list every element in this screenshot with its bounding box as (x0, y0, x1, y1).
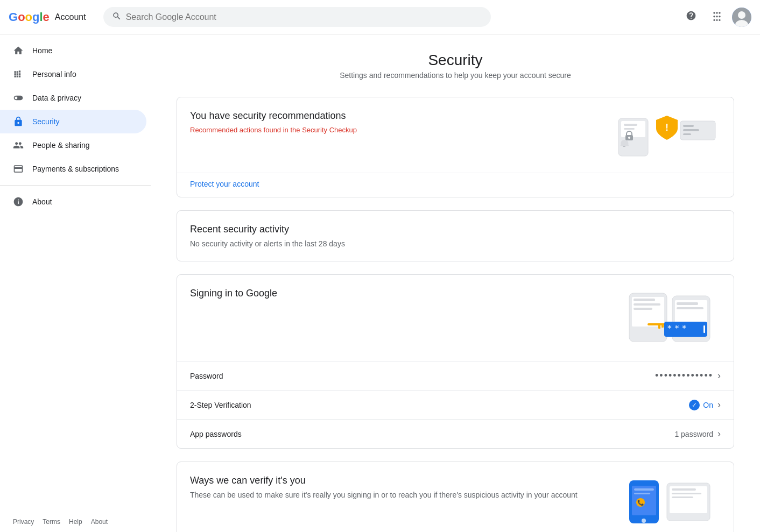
header-actions (680, 6, 751, 28)
sidebar-item-data-privacy[interactable]: Data & privacy (0, 86, 146, 110)
svg-rect-13 (683, 133, 691, 135)
signing-in-top: Signing in to Google (177, 275, 734, 361)
security-recommendations-card: You have security recommendations Recomm… (177, 97, 734, 197)
svg-point-8 (628, 137, 630, 139)
svg-text:!: ! (665, 122, 668, 133)
svg-rect-44 (672, 488, 696, 491)
password-chevron: › (717, 370, 721, 381)
svg-rect-18 (634, 303, 660, 306)
sidebar-label-about: About (32, 197, 52, 206)
sidebar-label-security: Security (32, 117, 60, 126)
svg-rect-38 (634, 488, 654, 491)
help-button[interactable] (680, 6, 702, 28)
app-passwords-value: 1 password (674, 430, 713, 438)
app-passwords-row[interactable]: App passwords 1 password › (177, 419, 734, 448)
account-label: Account (55, 12, 86, 22)
search-icon (112, 11, 122, 23)
recent-activity-title: Recent security activity (190, 224, 721, 235)
ways-verify-title: Ways we can verify it's you (190, 475, 578, 486)
search-input[interactable] (126, 12, 482, 22)
svg-rect-12 (683, 129, 699, 131)
footer-privacy[interactable]: Privacy (13, 518, 34, 526)
security-rec-link-row: Protect your account (177, 173, 734, 197)
security-rec-illustration: ! (613, 110, 721, 164)
signing-in-title: Signing in to Google (190, 288, 277, 299)
recent-activity-card: Recent security activity No security act… (177, 210, 734, 261)
app-passwords-chevron: › (717, 428, 721, 439)
svg-text:📞: 📞 (637, 499, 644, 506)
people-icon (13, 140, 24, 151)
svg-rect-30 (703, 325, 705, 333)
sidebar-footer: Privacy Terms Help About (0, 512, 151, 532)
security-rec-title: You have security recommendations (190, 110, 357, 122)
two-step-verification-row[interactable]: 2-Step Verification ✓ On › (177, 390, 734, 419)
two-step-chevron: › (717, 399, 721, 410)
svg-rect-23 (677, 307, 703, 309)
sidebar-label-home: Home (32, 46, 52, 55)
check-circle-icon: ✓ (689, 400, 700, 410)
svg-rect-5 (624, 124, 637, 126)
signing-in-svg: *** (613, 290, 721, 350)
svg-rect-17 (634, 299, 655, 301)
ways-verify-illustration: 📞 (624, 475, 721, 529)
on-text: On (703, 401, 713, 409)
password-row[interactable]: Password ••••••••••••• › (177, 361, 734, 390)
app-passwords-label: App passwords (190, 430, 674, 438)
sidebar-label-personal-info: Personal info (32, 70, 76, 79)
recent-activity-desc: No security activity or alerts in the la… (190, 239, 721, 248)
info-icon (13, 196, 24, 207)
sidebar: Home Personal info Data & privacy (0, 34, 151, 532)
security-rec-top: You have security recommendations Recomm… (177, 97, 734, 173)
main-content: Security Settings and recommendations to… (151, 34, 760, 532)
on-badge: ✓ On (689, 400, 713, 410)
search-bar (103, 7, 491, 27)
footer-terms[interactable]: Terms (43, 518, 60, 526)
svg-text:***: *** (667, 323, 689, 334)
card-icon (13, 164, 24, 174)
grid-apps-icon (712, 10, 722, 24)
sidebar-label-people-sharing: People & sharing (32, 141, 90, 150)
protect-account-link[interactable]: Protect your account (190, 180, 259, 188)
password-value: ••••••••••••• (655, 370, 713, 381)
footer-help[interactable]: Help (69, 518, 82, 526)
svg-point-1 (738, 11, 745, 19)
sidebar-item-personal-info[interactable]: Personal info (0, 62, 146, 86)
signing-in-content: Signing in to Google (190, 288, 277, 303)
page-title: Security (177, 52, 734, 69)
avatar[interactable] (732, 8, 751, 27)
ways-verify-content: Ways we can verify it's you These can be… (190, 475, 578, 499)
sidebar-item-about[interactable]: About (0, 190, 146, 214)
apps-button[interactable] (706, 6, 728, 28)
home-icon (13, 45, 24, 56)
security-rec-subtitle: Recommended actions found in the Securit… (190, 126, 357, 134)
svg-rect-46 (672, 496, 693, 498)
svg-rect-11 (683, 125, 694, 127)
svg-rect-19 (634, 308, 652, 310)
sidebar-label-data-privacy: Data & privacy (32, 94, 81, 102)
svg-rect-16 (632, 297, 664, 327)
svg-rect-26 (662, 324, 664, 328)
search-container (103, 7, 491, 27)
svg-rect-39 (634, 493, 650, 494)
two-step-value: ✓ On (689, 400, 713, 410)
google-account-logo[interactable]: G o o g l e Account (9, 10, 86, 24)
ways-verify-desc: These can be used to make sure it's real… (190, 491, 578, 499)
sidebar-label-payments: Payments & subscriptions (32, 165, 119, 173)
two-step-label: 2-Step Verification (190, 401, 689, 409)
sidebar-item-home[interactable]: Home (0, 39, 146, 62)
password-label: Password (190, 372, 655, 380)
sidebar-divider (0, 185, 151, 186)
main-layout: Home Personal info Data & privacy (0, 34, 760, 532)
svg-rect-9 (623, 146, 625, 147)
svg-rect-45 (672, 493, 701, 494)
sidebar-item-security[interactable]: Security (0, 110, 146, 133)
page-subtitle: Settings and recommendations to help you… (177, 71, 734, 80)
svg-rect-6 (624, 128, 635, 130)
google-logo: G o o g l e (9, 10, 50, 24)
ways-verify-top: Ways we can verify it's you These can be… (177, 462, 734, 532)
svg-rect-22 (677, 302, 698, 305)
sidebar-item-people-sharing[interactable]: People & sharing (0, 133, 146, 157)
footer-about[interactable]: About (91, 518, 108, 526)
sidebar-item-payments[interactable]: Payments & subscriptions (0, 157, 146, 181)
lock-icon (13, 116, 24, 127)
